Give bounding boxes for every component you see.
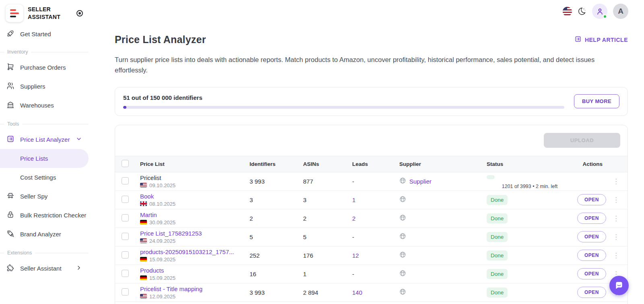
status-progress-label: 1201 of 3993 • 2 min. left [487,184,573,189]
status-done-badge: Done [487,195,508,205]
table-row: Martin 30.09.2025 2 2 2 Done [115,209,627,228]
cell-leads[interactable]: 2 [347,215,394,222]
sidebar-pin-toggle[interactable] [76,10,83,17]
tag-search-icon [6,230,14,239]
sidebar-item-warehouses[interactable]: Warehouses [0,96,89,115]
quota-progress-fill [123,106,126,109]
row-checkbox[interactable] [122,196,129,203]
sidebar-item-seller-assistant-extension[interactable]: Seller Assistant [0,259,89,278]
language-flag-icon[interactable] [563,7,572,16]
sidebar-item-price-lists[interactable]: Price Lists [0,149,89,168]
table-row: products-20250915103212_1757... 15.09.20… [115,246,627,265]
article-icon [574,35,582,44]
country-flag-icon [140,183,147,188]
sidebar-item-brand-analyzer[interactable]: Brand Analyzer [0,225,89,244]
price-list-name[interactable]: Martin [140,211,244,218]
cell-leads[interactable]: - [347,178,394,185]
row-checkbox[interactable] [122,288,129,296]
globe-icon [399,251,406,259]
cell-supplier[interactable] [399,233,481,241]
open-button[interactable]: OPEN [577,231,606,242]
cell-identifiers: 5 [244,234,297,240]
col-leads: Leads [347,161,394,167]
row-menu-icon[interactable]: ⋮ [611,177,621,186]
price-list-name[interactable]: Price List_1758291253 [140,230,244,237]
cell-supplier[interactable] [399,288,481,296]
status-done-badge: Done [487,250,508,261]
account-button[interactable] [592,4,607,19]
globe-icon [399,288,406,296]
puzzle-icon [6,264,14,273]
sidebar-item-price-list-analyzer[interactable]: Price List Analyzer [0,130,89,149]
open-button[interactable]: OPEN [577,268,606,279]
cell-leads[interactable]: - [347,271,394,277]
price-list-name[interactable]: products-20250915103212_1757... [140,248,244,255]
col-status: Status [481,161,573,167]
select-all-checkbox[interactable] [122,160,129,167]
row-date: 15.09.2025 [149,275,175,281]
cell-supplier[interactable] [399,251,481,259]
cell-asins: 877 [297,178,347,185]
cell-supplier[interactable] [399,270,481,278]
sidebar-item-bulk-restriction-checker[interactable]: Bulk Restriction Checker [0,206,89,225]
cell-leads[interactable]: 12 [347,252,394,259]
cell-leads[interactable]: 1 [347,196,394,203]
cell-asins: 2 [297,215,347,222]
table-header-row: Price List Identifiers ASINs Leads Suppl… [115,156,627,172]
price-list-name[interactable]: Pricelist - Title mapping [140,285,244,292]
page-title: Price List Analyzer [115,34,206,45]
table-row: Price List_1758291253 24.09.2025 5 5 - D… [115,228,627,246]
upload-button[interactable]: UPLOAD [544,133,620,148]
cell-supplier[interactable] [399,214,481,222]
price-list-name[interactable]: Pricelist [140,174,244,181]
price-list-name[interactable]: Products [140,267,244,274]
table-toolbar: UPLOAD [115,125,627,156]
sidebar-item-get-started[interactable]: Get Started [0,25,89,43]
dark-mode-icon[interactable] [578,7,586,16]
row-checkbox[interactable] [122,214,129,221]
row-menu-icon[interactable]: ⋮ [611,196,621,204]
row-checkbox[interactable] [122,251,129,259]
row-date: 08.10.2025 [149,201,175,207]
sidebar-item-suppliers[interactable]: Suppliers [0,77,89,96]
cell-identifiers: 3 [244,196,297,203]
row-checkbox[interactable] [122,233,129,240]
table-body: Pricelist 09.10.2025 3 993 877 - Supplie… [115,172,627,302]
identifiers-quota-card: 51 out of 150 000 identifiers BUY MORE [115,87,628,116]
buy-more-button[interactable]: BUY MORE [574,94,619,108]
table-row: Pricelist - Title mapping 12.09.2025 3 9… [115,283,627,302]
row-menu-icon[interactable]: ⋮ [611,214,621,223]
col-identifiers: Identifiers [244,161,297,167]
globe-icon [399,270,406,278]
country-flag-icon [140,220,147,225]
chat-widget-button[interactable] [609,276,629,295]
quota-label: 51 out of 150 000 identifiers [123,94,564,101]
cell-identifiers: 252 [244,252,297,259]
cell-supplier[interactable]: Supplier [399,177,481,185]
row-menu-icon[interactable]: ⋮ [611,251,621,260]
rocket-icon [6,29,14,39]
col-price-list: Price List [134,161,244,167]
cell-leads[interactable]: - [347,234,394,240]
sidebar-item-seller-spy[interactable]: Seller Spy [0,187,89,206]
open-button[interactable]: OPEN [577,194,606,205]
status-progress: 1201 of 3993 • 2 min. left [487,184,573,189]
open-button[interactable]: OPEN [577,250,606,261]
avatar[interactable]: A [613,4,628,19]
row-checkbox[interactable] [122,270,129,277]
row-date: 30.09.2025 [149,219,175,225]
cell-leads[interactable]: 140 [347,289,394,296]
sidebar-item-cost-settings[interactable]: Cost Settings [0,168,89,187]
cell-identifiers: 3 993 [244,289,297,296]
price-list-name[interactable]: Book [140,193,244,200]
cell-supplier[interactable] [399,196,481,204]
row-checkbox[interactable] [122,177,129,184]
row-menu-icon[interactable]: ⋮ [611,233,621,241]
cell-asins: 5 [297,234,347,240]
open-button[interactable]: OPEN [577,287,606,298]
open-button[interactable]: OPEN [577,213,606,224]
lock-icon [6,211,14,220]
cell-identifiers: 2 [244,215,297,222]
help-article-link[interactable]: HELP ARTICLE [574,35,628,44]
sidebar-item-purchase-orders[interactable]: Purchase Orders [0,58,89,77]
